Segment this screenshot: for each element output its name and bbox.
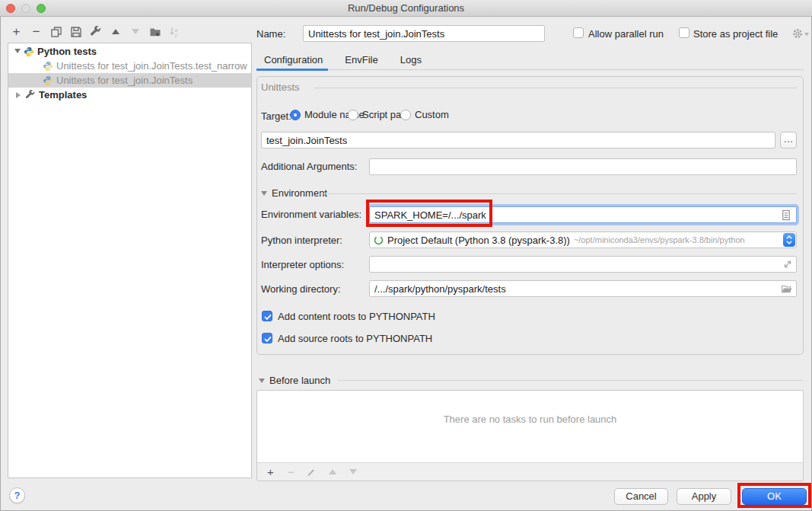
folder-icon[interactable] <box>781 283 793 297</box>
wrench-icon <box>25 90 36 101</box>
collapse-triangle-icon[interactable] <box>259 378 265 386</box>
move-up-icon[interactable] <box>109 25 122 38</box>
environment-section-header[interactable]: Environment <box>261 187 327 199</box>
move-up-icon <box>326 465 339 478</box>
tree-item-label: Templates <box>39 89 87 101</box>
before-launch-header[interactable]: Before launch <box>259 375 804 386</box>
configurations-tree: Python tests Unittests for test_join.Joi… <box>8 43 252 478</box>
target-input[interactable] <box>261 132 775 149</box>
ok-button[interactable]: OK <box>742 488 807 505</box>
radio-button-icon[interactable] <box>400 110 411 120</box>
add-icon[interactable]: + <box>10 25 23 38</box>
chevron-down-icon[interactable] <box>14 49 21 56</box>
before-launch-empty-text: There are no tasks to run before launch <box>257 414 803 425</box>
remove-icon[interactable]: − <box>30 25 43 38</box>
titlebar: Run/Debug Configurations <box>0 0 812 17</box>
store-as-project-file-checkbox[interactable] <box>679 27 689 38</box>
sort-alphabetically-icon: az <box>168 25 181 38</box>
working-directory-label: Working directory: <box>261 283 341 295</box>
name-input[interactable] <box>303 25 545 42</box>
help-button[interactable]: ? <box>9 487 25 503</box>
radio-label: Custom <box>415 109 449 120</box>
python-interpreter-label: Python interpreter: <box>261 235 342 246</box>
additional-arguments-input[interactable] <box>369 158 797 175</box>
environment-variables-input[interactable] <box>369 206 797 223</box>
interpreter-env-icon <box>373 235 384 246</box>
python-icon <box>43 75 53 86</box>
add-source-roots-label: Add source roots to PYTHONPATH <box>278 333 432 344</box>
chevron-right-icon[interactable] <box>16 92 24 98</box>
interpreter-options-label: Interpreter options: <box>261 259 344 270</box>
edit-pencil-icon <box>305 465 318 478</box>
allow-parallel-run-label: Allow parallel run <box>588 28 664 40</box>
edit-templates-wrench-icon[interactable] <box>89 25 102 38</box>
before-launch-tasks-panel: There are no tasks to run before launch … <box>256 390 804 481</box>
combo-stepper-icon[interactable] <box>783 233 795 247</box>
allow-parallel-run-checkbox[interactable] <box>573 27 584 38</box>
copy-icon[interactable] <box>49 25 62 38</box>
add-content-roots-label: Add content roots to PYTHONPATH <box>278 311 435 322</box>
expand-field-icon[interactable] <box>782 259 793 272</box>
remove-icon: − <box>285 465 298 478</box>
tree-item-label: Unittests for test_join.JoinTests.test_n… <box>56 60 247 72</box>
radio-button-icon[interactable] <box>290 110 301 120</box>
move-down-icon <box>129 25 142 38</box>
store-options-gear-icon[interactable] <box>791 27 809 40</box>
tree-item-unittests-test-narrow[interactable]: Unittests for test_join.JoinTests.test_n… <box>8 59 251 73</box>
unittests-group: Unittests Target: Module name Script pat… <box>256 76 804 355</box>
radio-button-icon[interactable] <box>348 110 358 120</box>
tree-item-unittests-jointests-selected[interactable]: Unittests for test_join.JoinTests <box>8 73 251 88</box>
env-vars-editor-icon[interactable] <box>781 209 791 223</box>
tab-configuration[interactable]: Configuration <box>264 54 323 65</box>
python-icon <box>43 61 53 72</box>
working-directory-input[interactable] <box>369 280 797 297</box>
before-launch-toolbar: + − <box>257 462 803 481</box>
name-label: Name: <box>256 28 285 40</box>
before-launch-title: Before launch <box>269 375 330 386</box>
new-folder-icon[interactable] <box>148 25 161 38</box>
tab-logs[interactable]: Logs <box>400 54 422 65</box>
move-down-icon <box>346 465 359 478</box>
apply-button[interactable]: Apply <box>677 488 731 505</box>
collapse-triangle-icon[interactable] <box>261 191 267 199</box>
save-icon[interactable] <box>69 25 82 38</box>
configurations-toolbar: + − az <box>10 25 181 38</box>
python-icon <box>24 46 34 57</box>
interpreter-path: ~/opt/miniconda3/envs/pyspark-3.8/bin/py… <box>574 235 745 244</box>
store-as-project-file-label: Store as project file <box>693 28 778 40</box>
run-debug-configurations-dialog: Run/Debug Configurations + − az Pytho <box>0 0 812 511</box>
interpreter-name: Project Default (Python 3.8 (pyspark-3.8… <box>387 235 570 246</box>
tree-item-python-tests[interactable]: Python tests <box>8 44 251 59</box>
active-tab-underline <box>256 69 328 71</box>
cancel-button[interactable]: Cancel <box>614 488 668 505</box>
add-icon[interactable]: + <box>264 465 277 478</box>
target-label: Target: <box>261 110 291 122</box>
tree-item-label: Unittests for test_join.JoinTests <box>56 75 193 86</box>
tab-envfile[interactable]: EnvFile <box>345 54 377 65</box>
browse-button[interactable]: … <box>780 132 797 149</box>
add-source-roots-checkbox[interactable] <box>262 333 272 343</box>
tree-item-templates[interactable]: Templates <box>8 88 251 102</box>
python-interpreter-select[interactable]: Project Default (Python 3.8 (pyspark-3.8… <box>369 232 797 248</box>
svg-text:z: z <box>174 32 177 37</box>
interpreter-options-input[interactable] <box>369 256 797 273</box>
add-content-roots-checkbox[interactable] <box>262 311 272 321</box>
window-title: Run/Debug Configurations <box>0 2 812 14</box>
tab-bar: Configuration EnvFile Logs <box>256 50 804 70</box>
radio-custom[interactable]: Custom <box>400 109 449 120</box>
tree-item-label: Python tests <box>37 46 97 57</box>
additional-arguments-label: Additional Arguments: <box>261 161 357 172</box>
svg-text:a: a <box>174 27 177 32</box>
environment-variables-label: Environment variables: <box>261 209 361 220</box>
group-title: Unittests <box>261 81 300 93</box>
